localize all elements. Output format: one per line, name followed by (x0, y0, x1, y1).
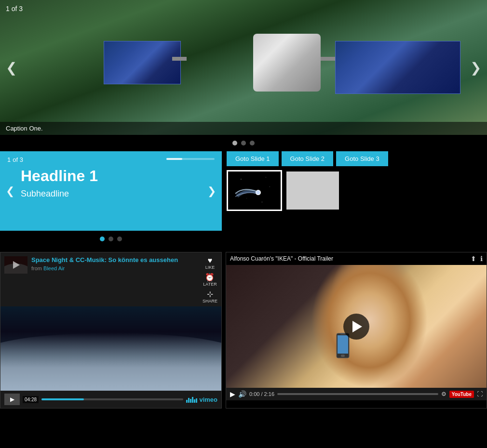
yt-controls: ▶ 🔊 0:00 / 2:16 ⚙ YouTube ⛶ (226, 388, 487, 400)
clock-icon: ⏰ (205, 273, 215, 282)
vimeo-video-title: Space Night & CC-Musik: So könnte es aus… (31, 256, 199, 264)
heart-icon: ♥ (208, 256, 213, 265)
right-arrow-icon: ❯ (470, 60, 481, 75)
vimeo-later-button[interactable]: ⏰ LATER (203, 273, 216, 287)
left-total-label: of 3 (13, 156, 23, 163)
left-slider-prev[interactable]: ❮ (2, 181, 18, 201)
thumbnail-1[interactable] (227, 170, 282, 211)
vimeo-channel-link[interactable]: Bleed Air (43, 265, 65, 271)
slide-headline: Headline 1 (21, 167, 215, 185)
vimeo-logo: vimeo (186, 396, 217, 403)
play-triangle-icon (352, 321, 362, 332)
yt-share-icon[interactable]: ⬆ (471, 255, 476, 263)
youtube-card: Alfonso Cuarón's "IKEA" - Official Trail… (226, 252, 487, 408)
vimeo-like-button[interactable]: ♥ LIKE (205, 256, 215, 270)
yt-video-area[interactable] (226, 265, 487, 388)
left-dot-2[interactable] (108, 237, 113, 241)
total-slides-label: of 3 (12, 5, 23, 13)
arm-right (321, 57, 336, 61)
top-slide-counter: 1 of 3 (6, 5, 23, 13)
like-label: LIKE (205, 265, 215, 270)
yt-video-title: Alfonso Cuarón's "IKEA" - Official Trail… (230, 255, 333, 262)
top-dot-1[interactable] (232, 141, 237, 145)
top-dot-3[interactable] (250, 141, 255, 145)
goto-buttons-row: Goto Slide 1 Goto Slide 2 Goto Slide 3 (227, 151, 482, 166)
svg-point-1 (241, 179, 241, 179)
vimeo-progress-track[interactable] (41, 398, 183, 400)
thumb-2-bg (286, 171, 339, 210)
yt-fullscreen-icon[interactable]: ⛶ (477, 391, 483, 397)
left-slider-next[interactable]: ❯ (203, 181, 220, 201)
svg-point-2 (266, 177, 266, 177)
goto-slide-1-button[interactable]: Goto Slide 1 (227, 151, 279, 166)
slide-caption: Caption One. (0, 122, 487, 135)
vimeo-thumb-mini (4, 256, 27, 274)
left-arrow-icon: ❮ (6, 60, 17, 75)
left-slider-dots (0, 231, 222, 243)
yt-top-bar: Alfonso Cuarón's "IKEA" - Official Trail… (226, 252, 487, 265)
top-dot-2[interactable] (241, 141, 246, 145)
top-slideshow: 1 of 3 // Will render cells inline via J… (0, 0, 487, 135)
vimeo-play-button[interactable]: ▶ (4, 394, 20, 405)
vimeo-progress-fill (41, 398, 84, 400)
thumbnails-row (227, 170, 482, 211)
vimeo-actions: ♥ LIKE ⏰ LATER ⊹ SHARE (203, 256, 217, 303)
satellite-body (253, 34, 321, 92)
goto-slide-2-button[interactable]: Goto Slide 2 (282, 151, 334, 166)
left-current-num: 1 (7, 156, 11, 163)
yt-progress-bar[interactable] (277, 393, 438, 395)
left-arrow-icon: ❮ (6, 185, 14, 197)
vimeo-share-button[interactable]: ⊹ SHARE (203, 290, 217, 303)
vimeo-duration: 04:28 (23, 396, 39, 403)
svg-rect-15 (341, 355, 345, 357)
svg-point-3 (246, 198, 247, 198)
top-prev-button[interactable]: ❮ (2, 56, 21, 79)
left-dot-1[interactable] (100, 237, 105, 241)
vimeo-bars-icon (186, 396, 197, 403)
vimeo-video-area[interactable] (0, 306, 221, 391)
vimeo-top-bar: Space Night & CC-Musik: So könnte es aus… (0, 252, 221, 306)
right-arrow-icon: ❯ (207, 185, 216, 197)
later-label: LATER (203, 282, 216, 287)
yt-settings-icon[interactable]: ⚙ (441, 391, 446, 397)
yt-play-overlay-button[interactable] (343, 314, 369, 340)
yt-info-icon[interactable]: ℹ (480, 255, 483, 263)
left-dot-3[interactable] (117, 237, 122, 241)
right-nav-area: Goto Slide 1 Goto Slide 2 Goto Slide 3 (222, 151, 487, 243)
yt-volume-icon[interactable]: 🔊 (238, 390, 246, 398)
yt-play-button[interactable]: ▶ (230, 390, 235, 398)
youtube-logo: YouTube (449, 391, 474, 398)
share-label: SHARE (203, 299, 217, 303)
slide-subheadline: Subheadline (21, 189, 215, 199)
earth-bg (0, 333, 221, 391)
top-dots-row (0, 135, 487, 151)
svg-rect-14 (340, 333, 345, 334)
vimeo-controls: ▶ 04:28 vimeo (0, 391, 221, 408)
thumbnail-2[interactable] (285, 170, 340, 211)
top-next-button[interactable]: ❯ (466, 56, 485, 79)
yt-action-icons: ⬆ ℹ (471, 255, 483, 263)
arm-left (172, 57, 187, 61)
svg-point-6 (270, 186, 270, 187)
vimeo-wordmark: vimeo (199, 396, 217, 403)
thumb-1-bg (228, 171, 281, 210)
goto-slide-3-button[interactable]: Goto Slide 3 (336, 151, 388, 166)
satellite-illustration: // Will render cells inline via JS (186, 5, 475, 125)
yt-time-display: 0:00 / 2:16 (249, 391, 274, 397)
vimeo-title-area: Space Night & CC-Musik: So könnte es aus… (31, 256, 199, 271)
vimeo-from: from Bleed Air (31, 265, 199, 271)
left-slider: 1 of 3 Headline 1 Subheadline ❮ ❯ (0, 151, 222, 231)
svg-point-8 (256, 191, 260, 195)
solar-panel-left: // Will render cells inline via JS (104, 41, 181, 84)
middle-section: 1 of 3 Headline 1 Subheadline ❮ ❯ Goto S… (0, 151, 487, 248)
left-slide-counter: 1 of 3 (7, 156, 215, 163)
svg-rect-13 (338, 335, 348, 354)
current-slide-num: 1 (6, 5, 10, 13)
bottom-row: Space Night & CC-Musik: So könnte es aus… (0, 248, 487, 408)
vimeo-card: Space Night & CC-Musik: So könnte es aus… (0, 252, 222, 408)
svg-point-4 (262, 202, 262, 202)
solar-panel-right (335, 41, 460, 94)
share-icon: ⊹ (207, 290, 213, 299)
left-slider-col: 1 of 3 Headline 1 Subheadline ❮ ❯ (0, 151, 222, 243)
